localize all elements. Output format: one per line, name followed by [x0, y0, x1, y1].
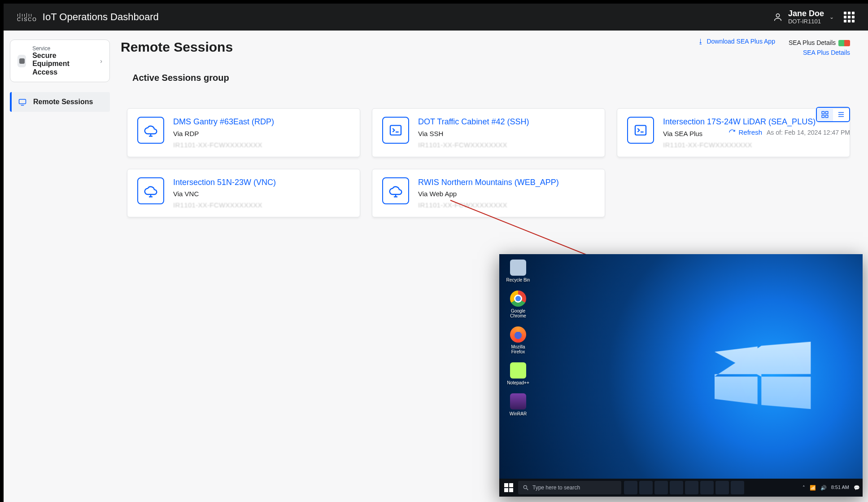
session-card[interactable]: Intersection 51N-23W (VNC)Via VNCIR1101-… [127, 169, 360, 218]
desktop-icon[interactable]: Recycle Bin [505, 260, 532, 282]
desktop-icon[interactable]: Notepad++ [505, 362, 532, 385]
desktop-app-icon [510, 362, 526, 379]
refresh-button[interactable]: Refresh [728, 128, 762, 136]
taskbar-pin[interactable] [685, 481, 698, 494]
refresh-icon [728, 129, 736, 136]
session-via: Via SSH [418, 130, 529, 137]
session-via: Via RDP [173, 130, 274, 137]
session-title[interactable]: DMS Gantry #63East (RDP) [173, 117, 274, 127]
taskbar-pin[interactable] [654, 481, 668, 494]
session-type-icon [627, 117, 654, 144]
session-cards: DMS Gantry #63East (RDP)Via RDPIR1101-XX… [127, 108, 850, 217]
svg-point-21 [523, 485, 527, 489]
nav-label: Remote Sessions [33, 98, 93, 106]
user-org: DOT-IR1101 [788, 18, 824, 25]
content: Remote Sessions ⭳ Download SEA Plus App … [116, 31, 868, 502]
session-card[interactable]: RWIS Northern Mountains (WEB_APP)Via Web… [372, 169, 605, 218]
toolbar: ⭳ Download SEA Plus App SEA Plus Details… [698, 38, 850, 58]
session-via: Via VNC [173, 190, 276, 198]
sessions-icon [18, 97, 27, 106]
desktop-icon-label: WinRAR [510, 411, 527, 416]
service-label: Service [32, 45, 94, 52]
cisco-logo: ı|ıı|ııCISCO [17, 13, 37, 22]
service-selector[interactable]: Service Secure Equipment Access › [10, 40, 110, 82]
taskbar-search[interactable]: Type here to search [518, 481, 621, 494]
taskbar-pin[interactable] [639, 481, 653, 494]
svg-rect-3 [826, 111, 828, 114]
desktop-icon-label: Google Chrome [505, 308, 532, 318]
user-menu[interactable]: Jane Doe DOT-IR1101 ⌄ [773, 9, 834, 25]
taskbar-pin[interactable] [715, 481, 729, 494]
taskbar-pin[interactable] [731, 481, 744, 494]
download-icon: ⭳ [698, 38, 704, 45]
desktop-icon-label: Recycle Bin [506, 277, 530, 282]
system-tray[interactable]: ˄ 📶 🔊 8:51 AM 💬 [803, 485, 860, 491]
session-title[interactable]: Intersection 17S-24W LiDAR (SEA_PLUS) [663, 117, 816, 127]
session-id: IR1101-XX-FCWXXXXXXXX [173, 141, 274, 149]
session-title[interactable]: Intersection 51N-23W (VNC) [173, 177, 276, 188]
desktop-icon[interactable]: WinRAR [505, 393, 532, 416]
taskbar-pin[interactable] [700, 481, 714, 494]
timestamp: As of: Feb 14, 2024 12:47 PM [767, 129, 850, 136]
session-card[interactable]: DOT Traffic Cabinet #42 (SSH)Via SSHIR11… [372, 108, 605, 157]
session-id: IR1101-XX-FCWXXXXXXXX [663, 141, 816, 149]
taskbar-clock[interactable]: 8:51 AM [831, 485, 849, 490]
desktop-app-icon [510, 260, 526, 276]
svg-rect-5 [826, 115, 828, 118]
desktop-icon-label: Mozilla Firefox [505, 344, 532, 354]
service-icon [17, 55, 26, 67]
desktop-icons: Recycle BinGoogle ChromeMozilla FirefoxN… [505, 260, 532, 416]
sea-plus-details-2[interactable]: SEA Plus Details [789, 48, 850, 57]
svg-rect-4 [822, 115, 824, 118]
tray-volume-icon: 🔊 [820, 485, 827, 491]
session-id: IR1101-XX-FCWXXXXXXXX [418, 141, 529, 149]
chevron-right-icon: › [100, 57, 102, 65]
desktop-icon[interactable]: Mozilla Firefox [505, 326, 532, 354]
session-id: IR1101-XX-FCWXXXXXXXX [418, 201, 559, 209]
top-bar: ı|ıı|ııCISCO IoT Operations Dashboard Ja… [4, 4, 868, 31]
grid-view-button[interactable] [817, 108, 833, 121]
svg-rect-2 [822, 111, 824, 114]
search-placeholder: Type here to search [532, 484, 580, 491]
session-type-icon [137, 117, 164, 144]
section-title: Active Sessions group [132, 73, 850, 83]
session-type-icon [382, 177, 409, 204]
app-launcher-icon[interactable] [844, 12, 855, 22]
download-sea-plus-link[interactable]: ⭳ Download SEA Plus App [698, 38, 775, 45]
session-card[interactable]: DMS Gantry #63East (RDP)Via RDPIR1101-XX… [127, 108, 360, 157]
session-id: IR1101-XX-FCWXXXXXXXX [173, 201, 276, 209]
user-icon [773, 12, 783, 22]
desktop-app-icon [510, 291, 526, 307]
list-view-button[interactable] [833, 108, 849, 121]
status-meter-icon [838, 40, 850, 46]
desktop-icon-label: Notepad++ [507, 380, 529, 385]
taskbar-pin[interactable] [670, 481, 683, 494]
desktop-app-icon [510, 393, 526, 410]
taskbar-pin[interactable] [624, 481, 637, 494]
session-type-icon [137, 177, 164, 204]
tray-caret-icon: ˄ [803, 485, 805, 491]
tray-network-icon: 📶 [810, 485, 816, 491]
svg-line-22 [527, 489, 528, 490]
desktop-app-icon [510, 326, 526, 343]
svg-rect-11 [390, 125, 401, 135]
svg-rect-1 [19, 99, 26, 104]
sidebar: Service Secure Equipment Access › Remote… [4, 31, 116, 502]
user-name: Jane Doe [788, 9, 824, 18]
remote-desktop-window[interactable]: Recycle BinGoogle ChromeMozilla FirefoxN… [499, 254, 863, 497]
sea-plus-details-1[interactable]: SEA Plus Details [789, 38, 850, 48]
session-title[interactable]: DOT Traffic Cabinet #42 (SSH) [418, 117, 529, 127]
download-label: Download SEA Plus App [707, 38, 775, 45]
service-name: Secure Equipment Access [32, 52, 94, 76]
svg-point-0 [776, 14, 779, 17]
tray-notifications-icon[interactable]: 💬 [854, 485, 860, 491]
start-button[interactable] [502, 481, 515, 494]
desktop-icon[interactable]: Google Chrome [505, 291, 532, 318]
sidebar-item-remote-sessions[interactable]: Remote Sessions [10, 92, 110, 112]
search-icon [523, 484, 529, 491]
session-title[interactable]: RWIS Northern Mountains (WEB_APP) [418, 177, 559, 188]
taskbar-pinned [624, 481, 744, 494]
chevron-down-icon: ⌄ [829, 14, 834, 20]
svg-rect-13 [635, 125, 646, 135]
session-via: Via Web App [418, 190, 559, 198]
